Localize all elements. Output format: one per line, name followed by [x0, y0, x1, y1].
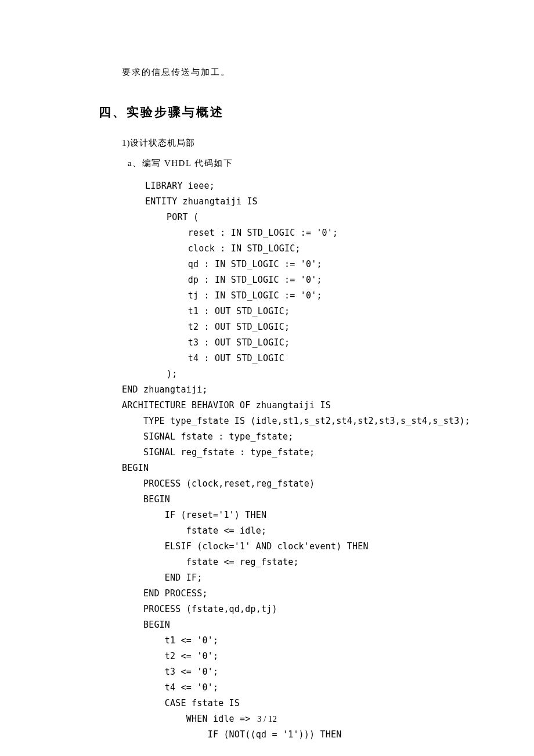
section-heading: 四、实验步骤与概述 [99, 104, 453, 120]
step-1a: a、编写 VHDL 代码如下 [128, 158, 453, 169]
code-line: BEGIN [122, 617, 453, 633]
code-line: LIBRARY ieee; [145, 178, 453, 194]
code-line: dp : IN STD_LOGIC := '0'; [145, 272, 453, 288]
code-line: END IF; [122, 570, 453, 586]
code-line: END zhuangtaiji; [122, 382, 453, 398]
code-line: ARCHITECTURE BEHAVIOR OF zhuangtaiji IS [122, 398, 453, 413]
code-line: PORT ( [145, 210, 453, 225]
code-line: t1 <= '0'; [122, 633, 453, 649]
code-line: reset : IN STD_LOGIC := '0'; [145, 225, 453, 241]
code-line: fstate <= idle; [122, 523, 453, 539]
code-line: BEGIN [122, 492, 453, 507]
code-line: CASE fstate IS [122, 696, 453, 711]
code-line: ELSIF (clock='1' AND clock'event) THEN [122, 539, 453, 555]
code-line: t1 : OUT STD_LOGIC; [145, 304, 453, 319]
code-line: qd : IN STD_LOGIC := '0'; [145, 257, 453, 272]
code-line: tj : IN STD_LOGIC := '0'; [145, 288, 453, 304]
code-line: t3 <= '0'; [122, 664, 453, 680]
code-line: t2 <= '0'; [122, 649, 453, 664]
code-line: PROCESS (clock,reset,reg_fstate) [122, 476, 453, 492]
code-line: PROCESS (fstate,qd,dp,tj) [122, 602, 453, 617]
code-line: ); [145, 366, 453, 382]
code-line: ENTITY zhuangtaiji IS [145, 194, 453, 210]
code-line: t4 : OUT STD_LOGIC [145, 351, 453, 366]
code-line: fstate <= reg_fstate; [122, 555, 453, 570]
code-line: t3 : OUT STD_LOGIC; [145, 335, 453, 351]
code-line: SIGNAL fstate : type_fstate; [122, 429, 453, 445]
code-line: t4 <= '0'; [122, 680, 453, 696]
step-1: 1)设计状态机局部 [122, 138, 453, 149]
code-line: SIGNAL reg_fstate : type_fstate; [122, 445, 453, 460]
code-line: t2 : OUT STD_LOGIC; [145, 319, 453, 335]
code-line: TYPE type_fstate IS (idle,st1,s_st2,st4,… [122, 413, 453, 429]
code-line: IF (NOT((qd = '1'))) THEN [122, 727, 453, 743]
intro-text: 要求的信息传送与加工。 [122, 67, 453, 78]
code-line: BEGIN [122, 460, 453, 476]
code-line: clock : IN STD_LOGIC; [145, 241, 453, 257]
code-line: IF (reset='1') THEN [122, 507, 453, 523]
page-number: 3 / 12 [0, 714, 534, 724]
code-line: END PROCESS; [122, 586, 453, 602]
